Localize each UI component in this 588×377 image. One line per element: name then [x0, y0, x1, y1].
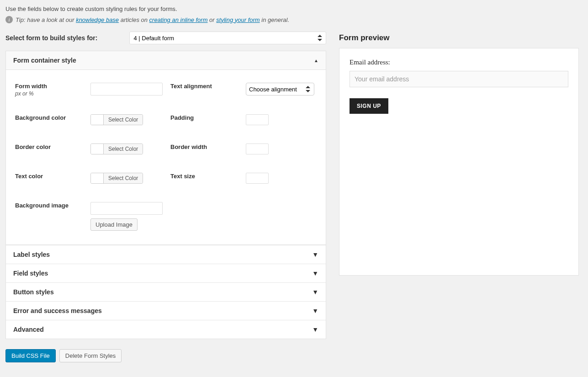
- padding-input[interactable]: [246, 114, 269, 125]
- caret-down-icon: ▼: [312, 270, 318, 277]
- section-button-styles[interactable]: Button styles ▼: [6, 282, 326, 301]
- section-form-container[interactable]: Form container style ▲: [6, 51, 326, 70]
- section-title: Field styles: [13, 270, 48, 277]
- select-form-label: Select form to build styles for:: [5, 34, 97, 42]
- info-icon: i: [5, 16, 13, 23]
- form-select[interactable]: 4 | Default form: [129, 32, 326, 44]
- form-width-label-text: Form width: [15, 83, 47, 90]
- background-color-picker[interactable]: Select Color: [90, 114, 143, 125]
- section-advanced[interactable]: Advanced ▼: [6, 320, 326, 339]
- intro-text: Use the fields below to create custom st…: [5, 5, 583, 12]
- border-color-picker[interactable]: Select Color: [90, 143, 143, 154]
- section-title: Label styles: [13, 251, 50, 258]
- build-css-button[interactable]: Build CSS File: [5, 349, 56, 362]
- form-width-label: Form width px or %: [15, 83, 86, 97]
- background-image-label: Background image: [15, 202, 86, 209]
- section-title: Button styles: [13, 288, 54, 296]
- tip-row: i Tip: have a look at our knowledge base…: [5, 16, 583, 23]
- preview-box: Email address: SIGN UP: [339, 48, 579, 276]
- preview-title: Form preview: [339, 33, 579, 42]
- select-color-button[interactable]: Select Color: [104, 144, 143, 154]
- text-size-label: Text size: [170, 173, 241, 180]
- styling-form-link[interactable]: styling your form: [216, 16, 260, 23]
- select-color-button[interactable]: Select Color: [104, 173, 143, 183]
- border-color-label: Border color: [15, 143, 86, 150]
- border-width-label: Border width: [170, 143, 241, 150]
- caret-up-icon: ▲: [314, 58, 318, 63]
- inline-form-link[interactable]: creating an inline form: [149, 16, 208, 23]
- preview-email-input[interactable]: [350, 71, 568, 87]
- swatch-icon: [91, 144, 104, 154]
- tip-text: Tip: have a look at our knowledge base a…: [16, 16, 289, 23]
- caret-down-icon: ▼: [312, 307, 318, 314]
- section-title: Error and success messages: [13, 307, 102, 314]
- text-color-label: Text color: [15, 173, 86, 180]
- section-field-styles[interactable]: Field styles ▼: [6, 264, 326, 282]
- section-error-success[interactable]: Error and success messages ▼: [6, 301, 326, 320]
- form-width-input[interactable]: [90, 83, 163, 96]
- text-color-picker[interactable]: Select Color: [90, 173, 143, 184]
- swatch-icon: [91, 115, 104, 125]
- accordion: Form container style ▲ Form width px or …: [5, 51, 326, 339]
- swatch-icon: [91, 173, 104, 183]
- section-label-styles[interactable]: Label styles ▼: [6, 245, 326, 264]
- caret-down-icon: ▼: [312, 251, 318, 258]
- tip-mid2: or: [208, 16, 217, 23]
- caret-down-icon: ▼: [312, 288, 318, 296]
- kb-link[interactable]: knowledge base: [76, 16, 119, 23]
- form-width-hint: px or %: [15, 90, 86, 97]
- tip-suffix: in general.: [260, 16, 289, 23]
- border-width-input[interactable]: [246, 143, 269, 154]
- section-title: Form container style: [13, 57, 76, 64]
- tip-mid1: articles on: [119, 16, 149, 23]
- background-color-label: Background color: [15, 114, 86, 121]
- upload-image-button[interactable]: Upload Image: [90, 218, 138, 231]
- text-size-input[interactable]: [246, 173, 269, 184]
- tip-prefix: Tip: have a look at our: [16, 16, 76, 23]
- preview-signup-button[interactable]: SIGN UP: [350, 98, 388, 114]
- caret-down-icon: ▼: [312, 326, 318, 333]
- background-image-input[interactable]: [90, 202, 163, 215]
- text-alignment-label: Text alignment: [170, 83, 241, 90]
- padding-label: Padding: [170, 114, 241, 121]
- section-title: Advanced: [13, 326, 44, 333]
- preview-email-label: Email address:: [350, 58, 568, 66]
- delete-styles-button[interactable]: Delete Form Styles: [59, 349, 122, 362]
- text-alignment-select[interactable]: Choose alignment: [246, 83, 314, 96]
- select-color-button[interactable]: Select Color: [104, 115, 143, 125]
